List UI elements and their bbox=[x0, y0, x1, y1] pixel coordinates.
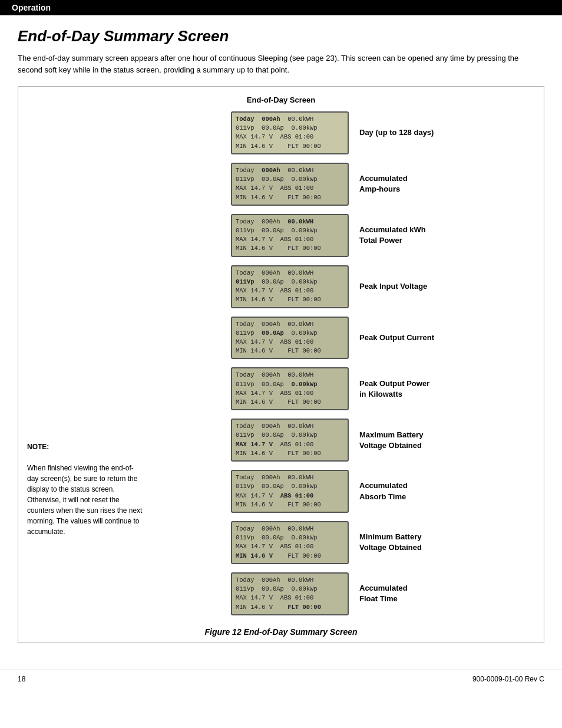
page-footer: 18 900-0009-01-00 Rev C bbox=[0, 670, 562, 688]
lcd-pop: Today 000Ah 00.0kWH 011Vp 00.0Ap 0.00kWp… bbox=[231, 367, 349, 410]
lcd-aat: Today 000Ah 00.0kWH 011Vp 00.0Ap 0.00kWp… bbox=[231, 470, 349, 513]
label-aat: AccumulatedAbsorb Time bbox=[349, 480, 455, 502]
screens-column: Today 000Ah 00.0kWH 011Vp 00.0Ap 0.00kWp… bbox=[151, 111, 535, 624]
screen-row-aat: Today 000Ah 00.0kWH 011Vp 00.0Ap 0.00kWp… bbox=[151, 470, 535, 513]
screen-row-piv: Today 000Ah 00.0kWH 011Vp 00.0Ap 0.00kWp… bbox=[151, 265, 535, 308]
page-title: End-of-Day Summary Screen bbox=[18, 27, 544, 45]
lcd-mbv: Today 000Ah 00.0kWH 011Vp 00.0Ap 0.00kWp… bbox=[231, 419, 349, 462]
lcd-ah: Today 000Ah 00.0kWH 011Vp 00.0Ap 0.00kWp… bbox=[231, 163, 349, 206]
label-ah: AccumulatedAmp-hours bbox=[349, 173, 455, 195]
operation-bar: Operation bbox=[0, 0, 562, 15]
label-aft: AccumulatedFloat Time bbox=[349, 583, 455, 604]
lcd-poc: Today 000Ah 00.0kWH 011Vp 00.0Ap 0.00kWp… bbox=[231, 317, 349, 360]
label-day: Day (up to 128 days) bbox=[349, 127, 455, 138]
screen-row-aft: Today 000Ah 00.0kWH 011Vp 00.0Ap 0.00kWp… bbox=[151, 572, 535, 615]
figure-box: End-of-Day Screen NOTE: When finished vi… bbox=[18, 86, 544, 643]
figure-title: End-of-Day Screen bbox=[27, 95, 535, 104]
label-minbv: Minimum BatteryVoltage Obtained bbox=[349, 532, 455, 553]
note-section: NOTE: When finished viewing the end-of-d… bbox=[27, 111, 145, 624]
screen-row-kwh: Today 000Ah 00.0kWH 011Vp 00.0Ap 0.00kWp… bbox=[151, 214, 535, 257]
label-kwh: Accumulated kWhTotal Power bbox=[349, 225, 455, 246]
note-text: When finished viewing the end-of-day scr… bbox=[27, 463, 145, 537]
screen-row-pop: Today 000Ah 00.0kWH 011Vp 00.0Ap 0.00kWp… bbox=[151, 367, 535, 410]
lcd-day: Today 000Ah 00.0kWH 011Vp 00.0Ap 0.00kWp… bbox=[231, 111, 349, 154]
screen-row-mbv: Today 000Ah 00.0kWH 011Vp 00.0Ap 0.00kWp… bbox=[151, 419, 535, 462]
section-label: Operation bbox=[12, 3, 51, 12]
lcd-kwh: Today 000Ah 00.0kWH 011Vp 00.0Ap 0.00kWp… bbox=[231, 214, 349, 257]
screen-row-minbv: Today 000Ah 00.0kWH 011Vp 00.0Ap 0.00kWp… bbox=[151, 521, 535, 564]
lcd-aft: Today 000Ah 00.0kWH 011Vp 00.0Ap 0.00kWp… bbox=[231, 572, 349, 615]
screen-row-poc: Today 000Ah 00.0kWH 011Vp 00.0Ap 0.00kWp… bbox=[151, 317, 535, 360]
lcd-piv: Today 000Ah 00.0kWH 011Vp 00.0Ap 0.00kWp… bbox=[231, 265, 349, 308]
label-poc: Peak Output Current bbox=[349, 332, 455, 343]
screen-row-day: Today 000Ah 00.0kWH 011Vp 00.0Ap 0.00kWp… bbox=[151, 111, 535, 154]
intro-text: The end-of-day summary screen appears af… bbox=[18, 52, 544, 75]
figure-caption: Figure 12 End-of-Day Summary Screen bbox=[27, 627, 535, 637]
label-pop: Peak Output Powerin Kilowatts bbox=[349, 378, 455, 400]
label-piv: Peak Input Voltage bbox=[349, 281, 455, 292]
note-title: NOTE: bbox=[27, 442, 145, 452]
screen-row-ah: Today 000Ah 00.0kWH 011Vp 00.0Ap 0.00kWp… bbox=[151, 163, 535, 206]
label-mbv: Maximum BatteryVoltage Obtained bbox=[349, 430, 455, 451]
lcd-minbv: Today 000Ah 00.0kWH 011Vp 00.0Ap 0.00kWp… bbox=[231, 521, 349, 564]
doc-number: 900-0009-01-00 Rev C bbox=[472, 675, 544, 683]
page-number: 18 bbox=[18, 675, 25, 683]
